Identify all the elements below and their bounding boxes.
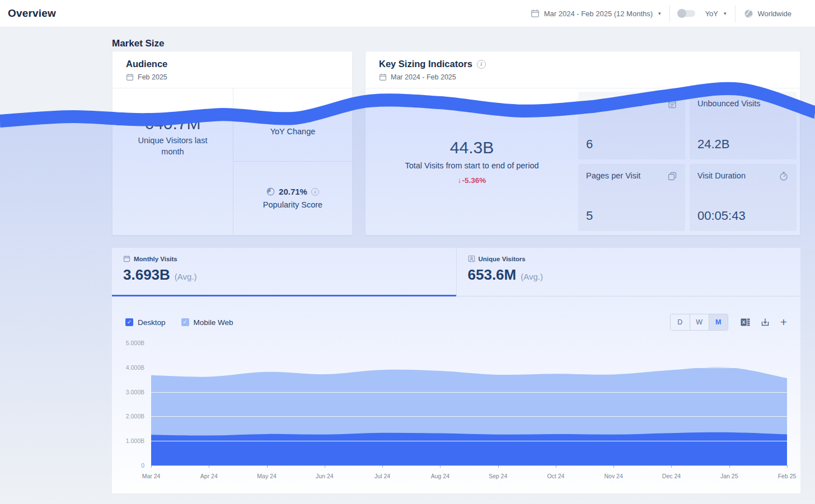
y-axis-tick-label: 1.000B [126, 437, 144, 444]
y-axis-tick-label: 4.000B [126, 364, 144, 371]
comparison-label: YoY [705, 10, 718, 18]
x-axis-tick [440, 465, 441, 468]
x-axis-tick [729, 465, 730, 468]
y-axis-tick-label: 5.000B [126, 340, 144, 346]
x-axis-tick [556, 465, 556, 468]
region-selector[interactable]: Worldwide [735, 5, 815, 22]
y-axis-tick-label: 0 [141, 462, 144, 469]
x-axis-tick [325, 465, 325, 468]
x-axis-tick [151, 465, 152, 468]
region-label: Worldwide [758, 10, 791, 18]
x-axis-label: May 24 [257, 473, 276, 479]
x-axis-label: Nov 24 [605, 473, 623, 479]
date-range-selector[interactable]: Mar 2024 - Feb 2025 (12 Months) ▾ [522, 5, 669, 22]
unique-visitors-panel: 640.7M Unique Visitors last month [113, 88, 233, 234]
desktop-area [151, 432, 787, 465]
globe-icon [744, 9, 753, 18]
chart-baseline [151, 465, 787, 466]
x-axis-tick [671, 465, 672, 468]
x-axis-label: Jan 25 [720, 473, 738, 479]
page-title: Overview [8, 7, 56, 20]
x-axis-tick [613, 465, 614, 468]
chart-y-axis: 5.000B4.000B3.000B2.000B1.000B0 [125, 343, 151, 465]
x-axis-label: Jul 24 [374, 473, 390, 479]
gridline [151, 416, 787, 417]
comparison-group: YoY ▾ [669, 5, 735, 22]
x-axis-tick [787, 465, 788, 468]
x-axis-tick [382, 465, 383, 468]
x-axis-label: Jun 24 [316, 473, 334, 479]
x-axis-label: Aug 24 [431, 473, 449, 479]
chevron-down-icon: ▾ [724, 11, 727, 16]
gridline [151, 368, 787, 368]
toggle-knob [677, 9, 686, 18]
x-axis-label: Dec 24 [662, 473, 681, 479]
monthly-visits-chart: 5.000B4.000B3.000B2.000B1.000B0 Mar 24Ap… [125, 343, 787, 488]
market-size-cards: Audience Feb 2025 640.7M Unique Visitors… [112, 51, 800, 235]
chevron-down-icon: ▾ [658, 11, 661, 16]
x-axis-label: Sep 24 [489, 473, 507, 479]
date-range-label: Mar 2024 - Feb 2025 (12 Months) [544, 10, 653, 18]
gridline [151, 392, 787, 393]
comparison-toggle[interactable] [678, 10, 695, 17]
gridline [151, 343, 787, 343]
calendar-icon [531, 9, 540, 18]
unique-visitors-sparkline [124, 187, 222, 227]
main-content: Market Size Audience Feb 2025 [0, 27, 815, 493]
y-axis-tick-label: 3.000B [126, 389, 144, 395]
x-axis-tick [267, 465, 268, 468]
chart-plot-area[interactable]: Mar 24Apr 24May 24Jun 24Jul 24Aug 24Sep … [151, 343, 787, 465]
top-bar: Overview Mar 2024 - Feb 2025 (12 Months)… [0, 0, 815, 27]
audience-card: Audience Feb 2025 640.7M Unique Visitors… [112, 51, 353, 235]
x-axis-label: Apr 24 [200, 473, 218, 479]
y-axis-tick-label: 2.000B [126, 413, 144, 420]
x-axis-label: Oct 24 [547, 473, 564, 479]
gridline [151, 441, 787, 441]
x-axis-tick [209, 465, 209, 468]
x-axis-label: Mar 24 [142, 473, 161, 479]
audience-body: 640.7M Unique Visitors last month ↑ 4.54… [113, 88, 352, 234]
top-bar-controls: Mar 2024 - Feb 2025 (12 Months) ▾ YoY ▾ … [522, 0, 815, 27]
x-axis-label: Feb 25 [778, 473, 797, 479]
x-axis-tick [498, 465, 499, 468]
